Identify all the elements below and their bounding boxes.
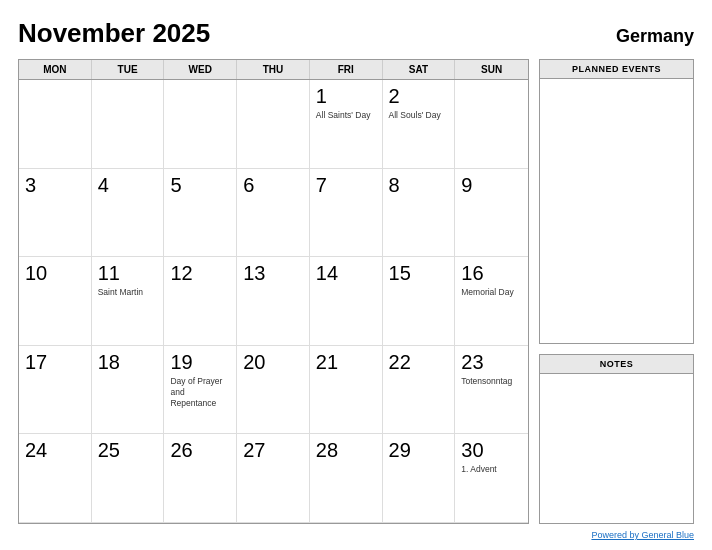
footer: Powered by General Blue [18,530,694,540]
day-header-wed: WED [164,60,237,79]
cal-cell: 29 [383,434,456,523]
day-headers: MONTUEWEDTHUFRISATSUN [19,60,528,80]
day-number: 15 [389,261,411,285]
cal-cell: 21 [310,346,383,435]
day-number: 29 [389,438,411,462]
cal-cell: 25 [92,434,165,523]
notes-content [540,374,693,523]
day-number: 7 [316,173,327,197]
day-number: 20 [243,350,265,374]
footer-link[interactable]: Powered by General Blue [591,530,694,540]
cal-cell [92,80,165,169]
planned-events-content [540,79,693,343]
day-header-mon: MON [19,60,92,79]
day-number: 4 [98,173,109,197]
day-header-sun: SUN [455,60,528,79]
cal-cell: 3 [19,169,92,258]
day-number: 21 [316,350,338,374]
day-number: 18 [98,350,120,374]
event-label: 1. Advent [461,464,496,475]
day-number: 1 [316,84,327,108]
cal-cell: 5 [164,169,237,258]
cal-cell: 14 [310,257,383,346]
page-title: November 2025 [18,18,210,49]
day-number: 16 [461,261,483,285]
cal-cell: 301. Advent [455,434,528,523]
day-number: 12 [170,261,192,285]
day-header-tue: TUE [92,60,165,79]
cal-cell: 4 [92,169,165,258]
day-number: 3 [25,173,36,197]
calendar-grid: 1All Saints' Day2All Souls' Day345678910… [19,80,528,523]
day-number: 24 [25,438,47,462]
day-number: 25 [98,438,120,462]
cal-cell: 11Saint Martin [92,257,165,346]
cal-cell [19,80,92,169]
cal-cell: 2All Souls' Day [383,80,456,169]
cal-cell: 17 [19,346,92,435]
day-number: 13 [243,261,265,285]
day-number: 2 [389,84,400,108]
cal-cell: 19Day of Prayer and Repentance [164,346,237,435]
cal-cell: 28 [310,434,383,523]
event-label: Day of Prayer and Repentance [170,376,222,409]
day-number: 9 [461,173,472,197]
cal-cell: 22 [383,346,456,435]
main-content: MONTUEWEDTHUFRISATSUN 1All Saints' Day2A… [18,59,694,524]
notes-box: NOTES [539,354,694,524]
day-number: 22 [389,350,411,374]
event-label: Saint Martin [98,287,143,298]
cal-cell: 23Totensonntag [455,346,528,435]
page: November 2025 Germany MONTUEWEDTHUFRISAT… [0,0,712,550]
cal-cell: 26 [164,434,237,523]
cal-cell [164,80,237,169]
day-number: 30 [461,438,483,462]
cal-cell: 10 [19,257,92,346]
day-number: 23 [461,350,483,374]
cal-cell: 13 [237,257,310,346]
country-label: Germany [616,26,694,47]
planned-events-header: PLANNED EVENTS [540,60,693,79]
cal-cell: 18 [92,346,165,435]
event-label: All Saints' Day [316,110,371,121]
cal-cell [237,80,310,169]
day-number: 10 [25,261,47,285]
day-number: 11 [98,261,120,285]
calendar: MONTUEWEDTHUFRISATSUN 1All Saints' Day2A… [18,59,529,524]
day-number: 5 [170,173,181,197]
cal-cell: 8 [383,169,456,258]
day-number: 26 [170,438,192,462]
cal-cell: 15 [383,257,456,346]
event-label: Memorial Day [461,287,513,298]
day-number: 27 [243,438,265,462]
day-number: 6 [243,173,254,197]
day-header-fri: FRI [310,60,383,79]
notes-header: NOTES [540,355,693,374]
day-header-sat: SAT [383,60,456,79]
day-number: 28 [316,438,338,462]
cal-cell: 27 [237,434,310,523]
header: November 2025 Germany [18,18,694,49]
cal-cell: 7 [310,169,383,258]
event-label: All Souls' Day [389,110,441,121]
cal-cell: 6 [237,169,310,258]
cal-cell: 16Memorial Day [455,257,528,346]
cal-cell: 1All Saints' Day [310,80,383,169]
event-label: Totensonntag [461,376,512,387]
cal-cell: 9 [455,169,528,258]
cal-cell: 12 [164,257,237,346]
planned-events-box: PLANNED EVENTS [539,59,694,344]
cal-cell: 20 [237,346,310,435]
day-number: 14 [316,261,338,285]
day-number: 17 [25,350,47,374]
day-number: 8 [389,173,400,197]
cal-cell: 24 [19,434,92,523]
sidebar: PLANNED EVENTS NOTES [539,59,694,524]
day-header-thu: THU [237,60,310,79]
day-number: 19 [170,350,192,374]
cal-cell [455,80,528,169]
